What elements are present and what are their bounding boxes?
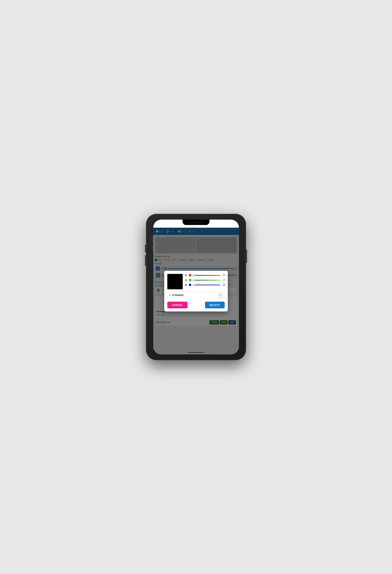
svg-rect-2: [225, 223, 225, 225]
power-button[interactable]: [246, 249, 247, 263]
home-indicator[interactable]: [188, 352, 204, 353]
cancel-button[interactable]: CANCEL: [167, 302, 188, 308]
picker-top: R 0 G: [167, 274, 225, 289]
g-value: 0: [222, 279, 225, 281]
g-slider-row: G 0: [185, 279, 225, 282]
b-slider-thumb: [193, 284, 195, 286]
color-preview-box: [167, 274, 183, 289]
r-dot: [189, 274, 191, 276]
svg-rect-4: [226, 223, 227, 225]
hex-row: # FF000000 ⧉: [167, 292, 225, 299]
g-label: G: [185, 279, 187, 282]
hex-value: FF000000: [172, 294, 217, 297]
phone-device: 20:34 LTE: [146, 214, 246, 360]
r-value: 0: [222, 274, 225, 277]
b-dot: [189, 284, 191, 286]
screen-content: home 000000 color: [153, 228, 239, 354]
volume-down-button[interactable]: [145, 255, 146, 266]
status-icons: LTE 60%: [216, 223, 235, 225]
signal-label: LTE: [220, 223, 223, 225]
g-slider-track[interactable]: [193, 280, 220, 280]
dialog-overlay: R 0 G: [153, 228, 239, 354]
r-slider-row: R 0: [185, 274, 225, 277]
b-label: B: [185, 284, 187, 287]
svg-rect-1: [224, 224, 225, 225]
color-picker-dialog: R 0 G: [164, 271, 228, 311]
b-slider-track[interactable]: [193, 285, 220, 285]
status-bar: 20:34 LTE: [153, 220, 239, 228]
r-slider-thumb: [193, 274, 195, 276]
volume-up-button[interactable]: [145, 245, 146, 252]
svg-point-0: [217, 224, 218, 225]
b-value: 0: [222, 284, 225, 286]
hex-hash: #: [169, 294, 171, 297]
g-slider-thumb: [193, 279, 195, 281]
r-slider-track[interactable]: [193, 275, 220, 276]
svg-rect-7: [228, 223, 229, 224]
picker-buttons: CANCEL SELECT: [167, 302, 225, 308]
g-dot: [189, 279, 191, 281]
battery-icon: [227, 223, 231, 225]
status-time: 20:34: [157, 222, 163, 225]
r-label: R: [185, 274, 187, 277]
phone-screen: 20:34 LTE: [153, 220, 239, 354]
rgb-sliders: R 0 G: [185, 274, 225, 288]
wifi-icon: [216, 223, 219, 225]
copy-icon[interactable]: ⧉: [218, 293, 223, 298]
b-slider-row: B 0: [185, 284, 225, 287]
signal-bars-icon: [224, 223, 226, 225]
select-button[interactable]: SELECT: [205, 302, 225, 308]
svg-rect-6: [230, 223, 231, 224]
battery-percent: 60%: [232, 223, 235, 225]
